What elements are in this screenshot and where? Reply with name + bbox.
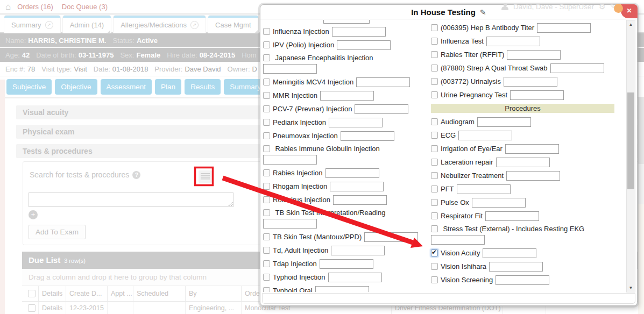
item-checkbox[interactable]: [431, 132, 438, 139]
item-checkbox[interactable]: [431, 199, 438, 206]
item-checkbox[interactable]: [263, 247, 270, 254]
item-value-input[interactable]: [356, 77, 410, 87]
item-value-input[interactable]: [320, 259, 373, 269]
patient-tab[interactable]: Allergies/Medications ↗: [114, 16, 206, 33]
item-value-input[interactable]: [332, 27, 386, 37]
item-value-input[interactable]: [472, 198, 526, 208]
item-value-input[interactable]: [330, 182, 384, 191]
edit-title-pencil-icon[interactable]: ✎: [480, 8, 486, 17]
item-checkbox[interactable]: [263, 169, 270, 176]
top-nav-link[interactable]: Orders (16): [17, 3, 53, 11]
item-value-input[interactable]: [496, 275, 549, 285]
item-checkbox[interactable]: [431, 249, 438, 256]
top-nav-link[interactable]: Doc Queue (3): [62, 3, 108, 11]
item-value-input[interactable]: [364, 232, 418, 242]
row-checkbox[interactable]: [28, 304, 36, 312]
item-checkbox[interactable]: [263, 145, 270, 152]
item-checkbox[interactable]: [431, 263, 438, 270]
item-checkbox[interactable]: [431, 172, 438, 179]
column-header[interactable]: [22, 286, 39, 302]
open-in-new-icon[interactable]: ↗: [45, 21, 53, 29]
item-checkbox[interactable]: [263, 119, 270, 126]
item-checkbox[interactable]: [431, 225, 438, 232]
item-value-input[interactable]: [355, 104, 408, 114]
item-checkbox[interactable]: [263, 287, 270, 292]
patient-tab[interactable]: Admin (14): [63, 16, 111, 33]
item-checkbox[interactable]: [263, 196, 270, 203]
item-checkbox[interactable]: [263, 92, 270, 99]
scroll-up-icon[interactable]: ▲: [627, 20, 635, 28]
item-checkbox[interactable]: [431, 118, 438, 125]
column-header[interactable]: Scheduled: [133, 286, 186, 302]
clipped-item-input[interactable]: [323, 20, 370, 24]
item-checkbox[interactable]: [263, 105, 270, 112]
soap-section-button[interactable]: Assessment: [101, 79, 152, 95]
item-value-input[interactable]: [486, 37, 540, 46]
browse-tests-list-button[interactable]: [199, 170, 212, 183]
item-value-input[interactable]: [507, 50, 561, 60]
item-value-input[interactable]: [506, 171, 560, 181]
item-value-input[interactable]: [263, 155, 317, 165]
soap-section-button[interactable]: Results: [185, 79, 221, 95]
item-checkbox[interactable]: [431, 65, 438, 72]
item-value-input[interactable]: [550, 63, 604, 73]
item-checkbox[interactable]: [431, 276, 438, 283]
item-value-input[interactable]: [458, 131, 512, 140]
item-checkbox[interactable]: [263, 209, 270, 216]
column-header[interactable]: By: [186, 286, 242, 302]
help-icon[interactable]: ?: [132, 171, 140, 179]
item-checkbox[interactable]: [431, 145, 438, 152]
item-checkbox[interactable]: [431, 51, 438, 58]
item-checkbox[interactable]: [263, 274, 270, 281]
scrollbar-thumb[interactable]: [627, 92, 634, 189]
item-value-input[interactable]: [337, 40, 391, 50]
item-value-input[interactable]: [496, 158, 550, 167]
item-checkbox[interactable]: [263, 41, 270, 48]
item-checkbox[interactable]: [431, 91, 438, 98]
item-value-input[interactable]: [263, 219, 317, 229]
column-header[interactable]: Appt ...: [108, 286, 133, 302]
select-all-checkbox[interactable]: [28, 290, 36, 297]
home-icon[interactable]: ⌂: [5, 2, 11, 12]
add-to-exam-button[interactable]: Add To Exam: [29, 225, 86, 239]
soap-section-button[interactable]: Objective: [55, 79, 97, 95]
patient-tab[interactable]: Case Mgmt: [208, 16, 258, 33]
item-value-input[interactable]: [329, 118, 383, 127]
item-checkbox[interactable]: [431, 24, 438, 31]
item-checkbox[interactable]: [263, 260, 270, 267]
toolbar-icon[interactable]: ⚙: [599, 2, 606, 11]
item-value-input[interactable]: [333, 195, 387, 205]
item-value-input[interactable]: [485, 211, 539, 221]
column-header[interactable]: Create D...: [66, 286, 108, 302]
item-checkbox[interactable]: [263, 28, 270, 35]
soap-section-button[interactable]: Subjective: [6, 79, 52, 95]
item-value-input[interactable]: [263, 64, 317, 74]
item-value-input[interactable]: [504, 77, 557, 87]
add-icon[interactable]: +: [29, 210, 38, 219]
item-value-input[interactable]: [537, 23, 591, 33]
item-checkbox[interactable]: [431, 38, 438, 45]
item-checkbox[interactable]: [263, 54, 270, 61]
item-value-input[interactable]: [483, 248, 536, 258]
item-value-input[interactable]: [315, 286, 369, 292]
item-value-input[interactable]: [510, 90, 564, 100]
item-checkbox[interactable]: [431, 212, 438, 219]
help-circle-icon[interactable]: [614, 4, 623, 13]
close-icon[interactable]: ✕: [621, 4, 638, 18]
search-tests-input[interactable]: [29, 192, 233, 207]
item-value-input[interactable]: [477, 117, 531, 127]
item-value-input[interactable]: [431, 235, 485, 245]
item-checkbox[interactable]: [431, 185, 438, 192]
item-value-input[interactable]: [341, 131, 394, 141]
item-value-input[interactable]: [320, 91, 374, 101]
item-value-input[interactable]: [457, 184, 511, 194]
item-value-input[interactable]: [489, 262, 543, 272]
item-value-input[interactable]: [331, 246, 385, 255]
column-header[interactable]: Details: [39, 286, 66, 302]
patient-tab[interactable]: Summary ↗: [4, 16, 60, 33]
item-value-input[interactable]: [505, 144, 559, 154]
item-checkbox[interactable]: [263, 233, 270, 240]
scroll-down-icon[interactable]: ▼: [627, 284, 635, 292]
soap-section-button[interactable]: Plan: [155, 79, 181, 95]
open-in-new-icon[interactable]: ↗: [190, 21, 199, 29]
